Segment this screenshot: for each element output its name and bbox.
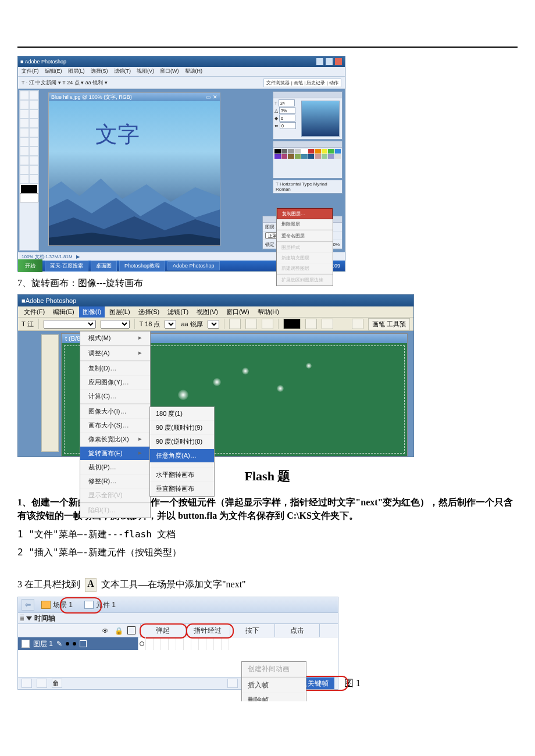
- menu-select[interactable]: 选择(S): [135, 306, 163, 318]
- menu-image-size[interactable]: 图像大小(I)…: [80, 405, 150, 419]
- dandelion-graphic: [242, 368, 249, 375]
- eye-icon[interactable]: 👁: [102, 627, 109, 634]
- navigator-panel[interactable]: T △ ◆ ⬌: [273, 91, 343, 140]
- menu-canvas-size[interactable]: 画布大小(S)…: [80, 419, 150, 433]
- layer-context-menu[interactable]: 复制图层… 删除图层 重命名图层 图层样式 新建填充图层 新建调整图层 扩展选区…: [276, 208, 333, 286]
- window-buttons[interactable]: [316, 58, 343, 66]
- start-button[interactable]: 开始: [18, 259, 42, 272]
- back-icon[interactable]: ⇦: [22, 599, 34, 611]
- page-rule: [17, 47, 518, 48]
- menu-crop[interactable]: 裁切(P)…: [80, 461, 150, 475]
- menu-layer[interactable]: 图层(L): [68, 67, 85, 76]
- menu-pixel-aspect[interactable]: 像素长宽比(X): [80, 433, 150, 447]
- rotate-90ccw[interactable]: 90 度(逆时针)(0): [150, 435, 214, 449]
- menu-calc[interactable]: 计算(C)…: [80, 390, 150, 404]
- ps1-menubar[interactable]: 文件(F) 编辑(E) 图层(L) 选择(S) 滤镜(T) 视图(V) 窗口(W…: [18, 67, 345, 77]
- align-left-icon[interactable]: [229, 319, 241, 329]
- ctx-delete-frame[interactable]: 删除帧: [242, 693, 306, 701]
- menu-file[interactable]: 文件(F): [22, 67, 39, 76]
- toolbox[interactable]: [19, 90, 39, 251]
- doc-titlebar: Blue hills.jpg @ 100% (文字, RGB) ▭ ✕: [49, 93, 220, 101]
- right-box[interactable]: 画笔 工具预: [368, 318, 410, 330]
- text-color[interactable]: [283, 319, 301, 329]
- lock-icon[interactable]: 🔒: [115, 627, 122, 634]
- frame-context-menu[interactable]: 创建补间动画 插入帧 删除帧: [241, 661, 306, 701]
- dot-icon[interactable]: [73, 642, 76, 646]
- menu-adjust[interactable]: 调整(A): [80, 347, 150, 361]
- flash-step-2: 2 "插入"菜单—-新建元件（按钮类型）: [17, 545, 518, 559]
- menu-view[interactable]: 视图(V): [193, 306, 222, 318]
- taskbar-item[interactable]: Photoshop教程: [119, 261, 165, 272]
- menu-select[interactable]: 选择(S): [91, 67, 108, 76]
- menu-image-selected[interactable]: 图像(I): [79, 306, 105, 318]
- gripper-icon[interactable]: [20, 615, 24, 622]
- warp-icon[interactable]: [305, 319, 317, 329]
- image-menu-dropdown[interactable]: 模式(M) 调整(A) 复制(D)… 应用图像(Y)… 计算(C)… 图像大小(…: [80, 331, 151, 518]
- taskbar-item[interactable]: 桌面图: [91, 261, 117, 272]
- palette-icon[interactable]: [322, 319, 333, 329]
- menu-filter[interactable]: 滤镜(T): [114, 67, 131, 76]
- frames[interactable]: [138, 637, 338, 650]
- font-style[interactable]: [101, 320, 130, 329]
- menu-apply[interactable]: 应用图像(Y)…: [80, 376, 150, 390]
- ctx-highlight[interactable]: 复制图层…: [277, 208, 333, 219]
- timeline-header[interactable]: 时间轴: [18, 613, 338, 624]
- frame-header: 👁 🔒 弹起 指针经过 按下 点击: [18, 624, 338, 637]
- scene-icon: [41, 601, 51, 609]
- delete-icon[interactable]: 🗑: [52, 679, 62, 688]
- navigator-thumb[interactable]: [301, 101, 340, 137]
- swatches-panel[interactable]: [273, 141, 343, 179]
- dot-icon[interactable]: [66, 642, 69, 646]
- ps2-options-bar[interactable]: T 江 T 18 点 aa 锐厚 画笔 工具预: [18, 318, 413, 331]
- menu-rotate-canvas[interactable]: 旋转画布(E): [80, 447, 150, 461]
- align-right-icon[interactable]: [262, 319, 273, 329]
- rotate-arbitrary[interactable]: 任意角度(A)…: [150, 449, 214, 463]
- document-window[interactable]: Blue hills.jpg @ 100% (文字, RGB) ▭ ✕ 文字: [48, 92, 220, 246]
- menu-filter[interactable]: 滤镜(T): [164, 306, 192, 318]
- ctx-insert-frame[interactable]: 插入帧: [242, 678, 306, 693]
- state-hit[interactable]: 点击: [275, 624, 320, 637]
- new-layer-icon[interactable]: [22, 679, 32, 688]
- canvas[interactable]: 文字: [49, 101, 220, 245]
- layer-row[interactable]: 图层 1 ✎: [18, 637, 338, 650]
- ps2-workspace: t (B/8#) 模式(M) 调整(A) 复制(D)…: [18, 331, 413, 457]
- ps2-menubar[interactable]: 文件(F) 编辑(E) 图像(I) 图层(L) 选择(S) 滤镜(T) 视图(V…: [18, 306, 413, 318]
- flip-v[interactable]: 垂直翻转画布: [150, 482, 214, 496]
- menu-help[interactable]: 帮助(H): [185, 67, 203, 76]
- ctx-item[interactable]: 重命名图层: [277, 231, 333, 241]
- taskbar-item[interactable]: 蓝天-百度搜索: [45, 261, 88, 272]
- layer-name[interactable]: 图层 1: [33, 639, 53, 649]
- font-family[interactable]: [44, 320, 96, 329]
- menu-layer[interactable]: 图层(L): [106, 306, 133, 318]
- flip-h[interactable]: 水平翻转画布: [150, 468, 214, 482]
- edit-bar[interactable]: ⇦ 场景 1 元件 1: [18, 597, 338, 613]
- menu-window[interactable]: 窗口(W): [223, 306, 253, 318]
- align-center-icon[interactable]: [245, 319, 257, 329]
- red-circle-annotation: [60, 597, 102, 614]
- menu-duplicate[interactable]: 复制(D)…: [80, 362, 150, 376]
- keyframe[interactable]: [138, 637, 146, 650]
- rotate-submenu[interactable]: 180 度(1) 90 度(顺时针)(9) 90 度(逆时针)(0) 任意角度(…: [149, 406, 215, 497]
- collapse-icon[interactable]: [26, 616, 32, 621]
- toolbox[interactable]: [41, 334, 59, 452]
- outline-box-icon[interactable]: [80, 640, 87, 647]
- menu-edit[interactable]: 编辑(E): [49, 306, 78, 318]
- menu-view[interactable]: 视图(V): [137, 67, 154, 76]
- menu-edit[interactable]: 编辑(E): [45, 67, 62, 76]
- font-size[interactable]: T 18 点: [140, 320, 160, 329]
- rotate-90cw[interactable]: 90 度(顺时针)(9): [150, 421, 214, 435]
- brush-icon[interactable]: [352, 319, 363, 329]
- ctx-item[interactable]: 删除图层: [277, 219, 333, 230]
- rotate-180[interactable]: 180 度(1): [150, 407, 214, 421]
- anti-alias[interactable]: aa 锐厚: [181, 320, 202, 329]
- menu-trim[interactable]: 修整(R)…: [80, 475, 150, 488]
- ps1-options-bar[interactable]: T · 江 中文新闻 ▾ T 24 点 ▾ aa 锐利 ▾ 文件浏览器 | 画笔…: [18, 77, 345, 89]
- menu-window[interactable]: 窗口(W): [160, 67, 179, 76]
- new-folder-icon[interactable]: [37, 679, 47, 688]
- state-down[interactable]: 按下: [230, 624, 275, 637]
- menu-file[interactable]: 文件(F): [20, 306, 48, 318]
- outline-icon[interactable]: [127, 626, 135, 634]
- taskbar-item[interactable]: Adobe Photoshop: [167, 261, 220, 270]
- menu-mode[interactable]: 模式(M): [80, 331, 150, 345]
- menu-help[interactable]: 帮助(H): [254, 306, 283, 318]
